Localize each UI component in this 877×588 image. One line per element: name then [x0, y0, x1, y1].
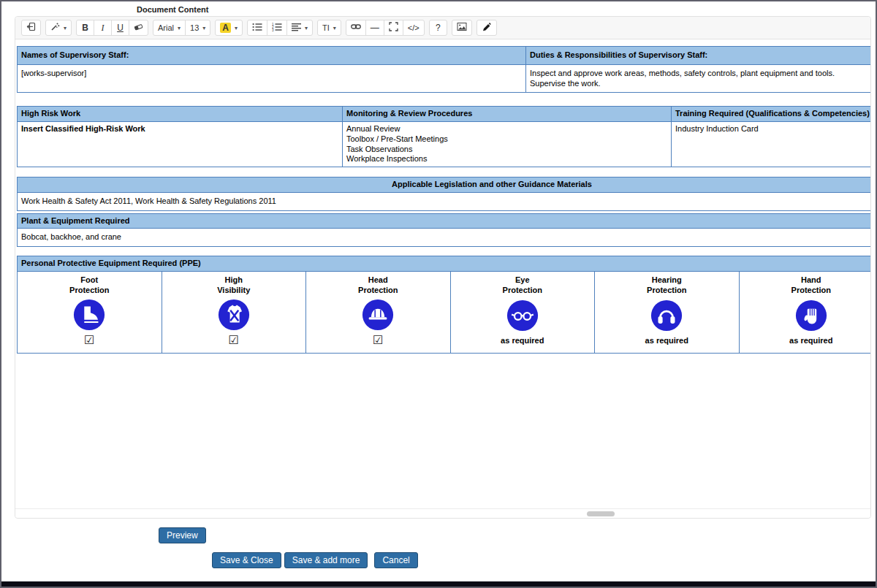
training-header: Training Required (Qualifications & Comp… [672, 107, 871, 122]
ppe-label: EyeProtection [503, 275, 542, 296]
text-color-button[interactable]: A [215, 20, 243, 36]
line-height-button[interactable]: TI [317, 20, 341, 36]
bold-button[interactable]: B [76, 20, 94, 36]
head-protection-icon [361, 298, 395, 332]
align-left-icon [292, 23, 301, 34]
scrollbar-handle[interactable] [587, 511, 615, 516]
legislation-table: Applicable Legislation and other Guidanc… [17, 177, 870, 211]
legislation-cell[interactable]: Work Health & Safety Act 2011, Work Heal… [18, 192, 871, 210]
cancel-button[interactable]: Cancel [374, 552, 417, 568]
ppe-cell-hearing[interactable]: HearingProtection as required [595, 271, 740, 353]
ppe-cell-eye[interactable]: EyeProtection as required [450, 271, 595, 353]
document-editor-window: Document Content B I U [0, 0, 877, 588]
rich-text-editor: B I U Arial 13 A [15, 16, 871, 519]
foot-protection-icon [72, 298, 106, 332]
code-view-button[interactable]: </> [403, 20, 425, 36]
ppe-checkbox-head[interactable] [373, 335, 383, 346]
link-icon [351, 22, 361, 34]
ppe-label: HearingProtection [647, 275, 686, 296]
horizontal-scrollbar[interactable] [15, 508, 870, 518]
monitoring-cell[interactable]: Annual Review Toolbox / Pre-Start Meetin… [343, 122, 672, 167]
high-risk-work-cell[interactable]: Insert Classified High-Risk Work [18, 122, 343, 167]
ppe-label: HeadProtection [358, 275, 398, 296]
hand-protection-icon [794, 299, 828, 332]
preview-button[interactable]: Preview [159, 527, 206, 543]
legislation-header: Applicable Legislation and other Guidanc… [18, 177, 871, 193]
monitoring-line: Task Observations [346, 145, 667, 155]
insert-image-button[interactable] [452, 20, 472, 36]
eye-protection-icon [506, 299, 539, 332]
unordered-list-button[interactable] [247, 20, 267, 36]
supervisor-duties-cell[interactable]: Inspect and approve work areas, methods,… [526, 64, 871, 93]
ppe-cell-head[interactable]: HeadProtection [306, 271, 451, 353]
ppe-header: Personal Protective Equipment Required (… [18, 256, 871, 272]
svg-text:3: 3 [272, 28, 274, 31]
help-button[interactable]: ? [429, 20, 447, 36]
ppe-checkbox-hivis[interactable] [229, 335, 239, 346]
ordered-list-button[interactable]: 123 [267, 20, 287, 36]
ppe-checkbox-foot[interactable] [84, 335, 94, 346]
eraser-icon [134, 22, 143, 34]
fullscreen-button[interactable] [384, 20, 403, 36]
insert-placeholder-icon [26, 22, 36, 34]
supervisory-names-header: Names of Supervisory Staff: [18, 47, 526, 65]
duty-line: Supervise the work. [530, 79, 870, 89]
font-family-select[interactable]: Arial [153, 20, 186, 36]
hearing-protection-icon [650, 299, 683, 332]
paragraph-align-button[interactable] [286, 20, 313, 36]
text-color-icon: A [220, 23, 231, 33]
document-content-label: Document Content [137, 5, 876, 14]
ppe-as-required: as required [789, 336, 832, 346]
high-visibility-icon [217, 298, 251, 332]
document-content: Names of Supervisory Staff: Duties & Res… [17, 46, 870, 354]
supervisor-name-cell[interactable]: [works-supervisor] [18, 64, 526, 93]
supervisory-staff-table: Names of Supervisory Staff: Duties & Res… [17, 46, 870, 93]
image-icon [457, 22, 467, 34]
high-risk-work-table: High Risk Work Monitoring & Review Proce… [17, 106, 870, 167]
underline-button[interactable]: U [111, 20, 129, 36]
supervisory-duties-header: Duties & Responsibilities of Supervisory… [526, 47, 871, 65]
save-close-button[interactable]: Save & Close [212, 552, 281, 568]
numbered-list-icon: 123 [272, 23, 282, 34]
clear-format-button[interactable] [129, 20, 148, 36]
ppe-label: FootProtection [69, 275, 109, 296]
bullet-list-icon [252, 23, 262, 34]
duty-line: Inspect and approve work areas, methods,… [530, 69, 870, 79]
ppe-cell-hivis[interactable]: HighVisibility [162, 271, 306, 353]
editor-content-area[interactable]: Names of Supervisory Staff: Duties & Res… [15, 39, 870, 508]
monitoring-line: Workplace Inspections [346, 154, 667, 164]
marker-pen-icon [482, 22, 492, 34]
ppe-label: HighVisibility [217, 275, 250, 296]
horizontal-rule-button[interactable]: — [365, 20, 384, 36]
ppe-table: Personal Protective Equipment Required (… [17, 256, 870, 354]
link-button[interactable] [346, 20, 366, 36]
training-cell[interactable]: Industry Induction Card [672, 122, 871, 167]
ppe-cell-hand[interactable]: HandProtection as required [739, 271, 870, 353]
monitoring-line: Annual Review [346, 124, 667, 134]
window-bottom-bar [1, 581, 876, 587]
editor-toolbar: B I U Arial 13 A [15, 17, 870, 39]
monitoring-header: Monitoring & Review Procedures [343, 107, 672, 122]
ppe-label: HandProtection [791, 275, 831, 296]
marker-button[interactable] [477, 20, 497, 36]
insert-placeholder-button[interactable] [21, 20, 41, 36]
ppe-cell-foot[interactable]: FootProtection [18, 271, 162, 353]
plant-equipment-header: Plant & Equipment Required [18, 213, 871, 229]
monitoring-line: Toolbox / Pre-Start Meetings [346, 134, 667, 145]
magic-wand-icon [50, 22, 60, 34]
plant-equipment-cell[interactable]: Bobcat, backhoe, and crane [18, 229, 871, 247]
plant-equipment-table: Plant & Equipment Required Bobcat, backh… [17, 213, 870, 248]
high-risk-header: High Risk Work [18, 107, 343, 122]
ppe-as-required: as required [501, 336, 544, 346]
font-size-select[interactable]: 13 [185, 20, 210, 36]
fullscreen-icon [389, 22, 398, 34]
ppe-as-required: as required [645, 336, 688, 346]
magic-style-button[interactable] [45, 20, 72, 36]
save-add-more-button[interactable]: Save & add more [284, 552, 368, 568]
italic-button[interactable]: I [94, 20, 112, 36]
